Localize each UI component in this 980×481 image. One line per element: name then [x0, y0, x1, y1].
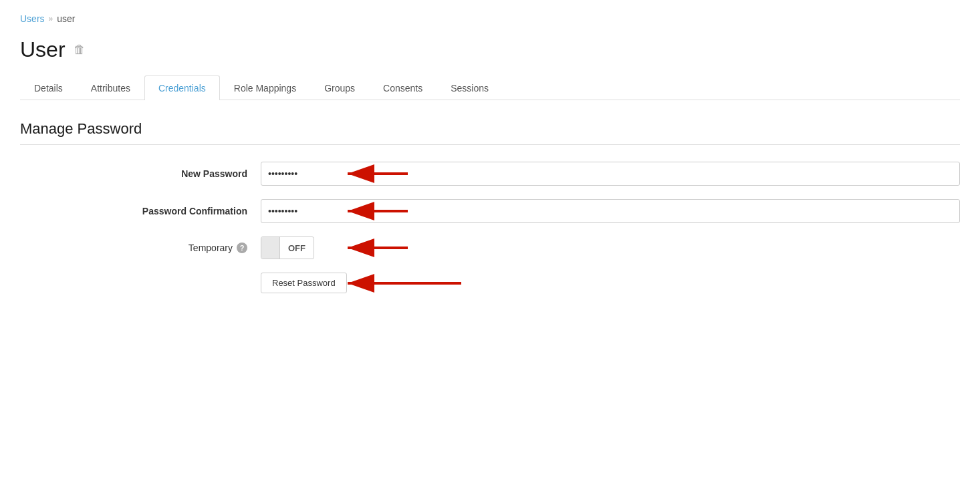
temporary-toggle[interactable]: OFF: [261, 236, 314, 259]
tabs-container: Details Attributes Credentials Role Mapp…: [20, 75, 960, 100]
reset-password-row: Reset Password: [20, 273, 960, 293]
page-title: User: [20, 37, 66, 62]
reset-password-button[interactable]: Reset Password: [261, 273, 347, 293]
temporary-help-icon[interactable]: ?: [237, 243, 247, 253]
new-password-input-wrapper: [261, 162, 960, 186]
toggle-knob: [261, 237, 280, 259]
tab-credentials[interactable]: Credentials: [144, 75, 220, 100]
temporary-toggle-container: OFF: [261, 236, 314, 259]
breadcrumb-separator: »: [49, 14, 53, 23]
tab-attributes[interactable]: Attributes: [77, 75, 144, 100]
section-title: Manage Password: [20, 120, 960, 138]
temporary-label: Temporary: [189, 243, 233, 253]
page-title-row: User 🗑: [20, 37, 960, 62]
tab-sessions[interactable]: Sessions: [437, 75, 503, 100]
breadcrumb-current: user: [57, 13, 75, 24]
password-confirmation-input[interactable]: [261, 199, 960, 223]
new-password-row: New Password: [20, 162, 960, 186]
delete-user-icon[interactable]: 🗑: [74, 43, 86, 57]
breadcrumb: Users » user: [20, 13, 960, 24]
new-password-label: New Password: [20, 168, 261, 179]
password-confirmation-row: Password Confirmation: [20, 199, 960, 223]
temporary-row: Temporary ? OFF: [20, 236, 960, 259]
tab-groups[interactable]: Groups: [310, 75, 369, 100]
reset-password-arrow-annotation: [334, 270, 468, 297]
temporary-arrow-annotation: [334, 234, 414, 261]
section-divider: [20, 144, 960, 145]
temporary-label-group: Temporary ?: [20, 243, 261, 253]
breadcrumb-users-link[interactable]: Users: [20, 13, 45, 24]
password-confirmation-input-wrapper: [261, 199, 960, 223]
tab-details[interactable]: Details: [20, 75, 77, 100]
toggle-label: OFF: [280, 243, 314, 253]
new-password-input[interactable]: [261, 162, 960, 186]
password-confirmation-label: Password Confirmation: [20, 206, 261, 216]
tab-role-mappings[interactable]: Role Mappings: [220, 75, 310, 100]
tab-consents[interactable]: Consents: [369, 75, 437, 100]
